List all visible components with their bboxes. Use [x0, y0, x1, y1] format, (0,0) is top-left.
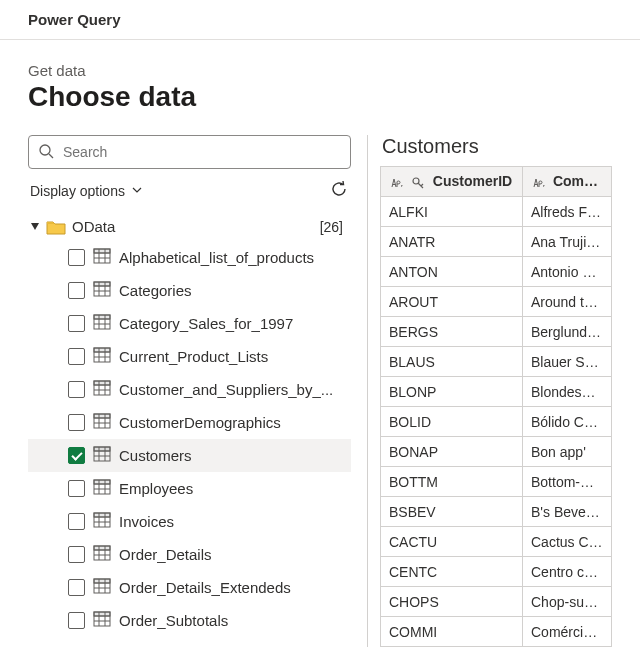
table-row[interactable]: ANATRAna Trujillo Empare — [381, 227, 612, 257]
tree-item[interactable]: Order_Details_Extendeds — [28, 571, 351, 604]
table-row[interactable]: CHOPSChop-suey Chinese — [381, 587, 612, 617]
search-container — [28, 135, 351, 169]
checkbox[interactable] — [68, 315, 85, 332]
table-icon — [93, 479, 111, 498]
table-cell: Alfreds Futterkiste — [523, 197, 612, 227]
table-icon — [93, 347, 111, 366]
column-header-companyname[interactable]: CompanyName — [523, 167, 612, 197]
table-row[interactable]: BONAPBon app' — [381, 437, 612, 467]
table-row[interactable]: AROUTAround the Horn — [381, 287, 612, 317]
tree-item[interactable]: Customers — [28, 439, 351, 472]
checkbox[interactable] — [68, 447, 85, 464]
table-cell: Comércio Mineiro — [523, 617, 612, 647]
svg-rect-32 — [94, 381, 110, 385]
table-row[interactable]: BLONPBlondesddsl père e — [381, 377, 612, 407]
table-icon — [93, 380, 111, 399]
preview-table: CustomerID CompanyName — [380, 166, 612, 647]
table-cell: Bólido Comidas pre — [523, 407, 612, 437]
svg-rect-44 — [94, 447, 110, 451]
table-row[interactable]: ALFKIAlfreds Futterkiste — [381, 197, 612, 227]
table-row[interactable]: CACTUCactus Comidas pa — [381, 527, 612, 557]
table-cell: Blauer See Delikate — [523, 347, 612, 377]
folder-icon — [46, 219, 66, 235]
table-icon — [93, 314, 111, 333]
checkbox[interactable] — [68, 480, 85, 497]
tree-item-label: Order_Subtotals — [119, 612, 228, 629]
tree-item[interactable]: Employees — [28, 472, 351, 505]
text-type-icon — [531, 176, 545, 190]
checkbox[interactable] — [68, 612, 85, 629]
search-input[interactable] — [28, 135, 351, 169]
table-icon — [93, 611, 111, 630]
tree-item[interactable]: Alphabetical_list_of_products — [28, 241, 351, 274]
checkbox[interactable] — [68, 249, 85, 266]
preview-title: Customers — [380, 135, 612, 158]
breadcrumb-subtitle: Get data — [28, 62, 612, 79]
tree-item-label: Employees — [119, 480, 193, 497]
table-icon — [93, 281, 111, 300]
table-cell: AROUT — [381, 287, 523, 317]
tree-item[interactable]: Categories — [28, 274, 351, 307]
table-cell: CENTC — [381, 557, 523, 587]
table-row[interactable]: BSBEVB's Beverages — [381, 497, 612, 527]
checkbox[interactable] — [68, 414, 85, 431]
table-cell: BOLID — [381, 407, 523, 437]
table-icon — [93, 413, 111, 432]
checkbox[interactable] — [68, 546, 85, 563]
refresh-icon[interactable] — [329, 179, 349, 202]
tree-item[interactable]: Invoices — [28, 505, 351, 538]
table-row[interactable]: BOLIDBólido Comidas pre — [381, 407, 612, 437]
text-type-icon — [389, 176, 403, 190]
tree-item[interactable]: Current_Product_Lists — [28, 340, 351, 373]
svg-rect-68 — [94, 579, 110, 583]
svg-point-0 — [40, 145, 50, 155]
folder-count: [26] — [320, 219, 347, 235]
checkbox[interactable] — [68, 579, 85, 596]
table-row[interactable]: ANTONAntonio Moreno Ta — [381, 257, 612, 287]
checkbox[interactable] — [68, 282, 85, 299]
svg-rect-38 — [94, 414, 110, 418]
table-cell: B's Beverages — [523, 497, 612, 527]
checkbox[interactable] — [68, 348, 85, 365]
svg-rect-14 — [94, 282, 110, 286]
checkbox[interactable] — [68, 513, 85, 530]
table-icon — [93, 512, 111, 531]
table-cell: Antonio Moreno Ta — [523, 257, 612, 287]
page-title: Choose data — [28, 81, 612, 113]
table-cell: CACTU — [381, 527, 523, 557]
table-icon — [93, 446, 111, 465]
display-options-dropdown[interactable]: Display options — [30, 183, 143, 199]
tree-item-label: Invoices — [119, 513, 174, 530]
svg-rect-56 — [94, 513, 110, 517]
table-cell: Cactus Comidas pa — [523, 527, 612, 557]
table-cell: BLONP — [381, 377, 523, 407]
svg-rect-8 — [94, 249, 110, 253]
checkbox[interactable] — [68, 381, 85, 398]
tree-item-label: Current_Product_Lists — [119, 348, 268, 365]
column-header-customerid[interactable]: CustomerID — [381, 167, 523, 197]
table-row[interactable]: BERGSBerglunds snabbkö — [381, 317, 612, 347]
table-row[interactable]: CENTCCentro comercial M — [381, 557, 612, 587]
folder-odata[interactable]: OData [26] — [28, 212, 351, 241]
svg-rect-20 — [94, 315, 110, 319]
tree-item[interactable]: CustomerDemographics — [28, 406, 351, 439]
tree-item[interactable]: Category_Sales_for_1997 — [28, 307, 351, 340]
svg-rect-74 — [94, 612, 110, 616]
collapse-icon — [30, 218, 40, 235]
svg-line-1 — [49, 154, 53, 158]
table-row[interactable]: BLAUSBlauer See Delikate — [381, 347, 612, 377]
tree-item[interactable]: Order_Subtotals — [28, 604, 351, 637]
table-cell: BERGS — [381, 317, 523, 347]
tree-item[interactable]: Order_Details — [28, 538, 351, 571]
navigator-panel: Display options — [28, 135, 368, 647]
table-row[interactable]: COMMIComércio Mineiro — [381, 617, 612, 647]
tree-item[interactable]: Customer_and_Suppliers_by_... — [28, 373, 351, 406]
tree-item-label: Category_Sales_for_1997 — [119, 315, 293, 332]
table-cell: Berglunds snabbkö — [523, 317, 612, 347]
table-row[interactable]: BOTTMBottom-Dollar Mar — [381, 467, 612, 497]
tree-item-label: Alphabetical_list_of_products — [119, 249, 314, 266]
preview-panel: Customers — [368, 135, 612, 647]
table-cell: Bon app' — [523, 437, 612, 467]
tree-item-label: Order_Details — [119, 546, 212, 563]
tree-item-label: Customers — [119, 447, 192, 464]
